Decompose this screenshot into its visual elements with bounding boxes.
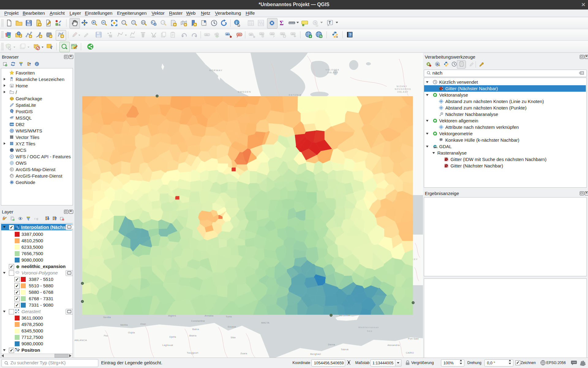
svg-text:i: i [236, 20, 237, 25]
svg-text:VOLOGDA: VOLOGDA [326, 69, 339, 71]
svg-text:Laghouat: Laghouat [162, 344, 173, 347]
svg-text:Derna: Derna [328, 343, 335, 346]
svg-text:Biskra: Biskra [189, 334, 197, 337]
svg-text:NOVGOROD: NOVGOROD [395, 88, 411, 90]
svg-text:OBLAST: OBLAST [327, 71, 339, 74]
svg-text:i: i [36, 63, 37, 66]
svg-text:Alexandria: Alexandria [387, 344, 400, 347]
svg-text:abc: abc [215, 33, 218, 35]
svg-text:abc: abc [281, 33, 285, 35]
svg-text:Djelfa: Djelfa [169, 335, 176, 338]
svg-text:Melilla: Melilla [120, 324, 128, 326]
svg-text:Batna: Batna [192, 328, 199, 331]
svg-text:ESTONIA: ESTONIA [289, 94, 301, 96]
svg-text:ABLANCA: ABLANCA [74, 339, 87, 342]
svg-text:NORWAY: NORWAY [209, 69, 223, 72]
svg-text:ab: ab [226, 33, 229, 35]
svg-text:abc: abc [271, 33, 274, 35]
svg-text:Sevilla: Sevilla [103, 316, 111, 319]
svg-text:CAIRO: CAIRO [406, 351, 414, 354]
svg-text:NIZHNY: NIZHNY [397, 85, 407, 87]
svg-text:?: ? [349, 33, 351, 37]
svg-text:abc: abc [292, 33, 295, 35]
svg-text:R: R [436, 62, 439, 66]
svg-text:SWEDEN: SWEDEN [238, 90, 251, 93]
svg-text:Σ: Σ [280, 20, 284, 26]
svg-text:Touggourt: Touggourt [187, 351, 198, 354]
svg-text:Port Said: Port Said [408, 337, 419, 340]
svg-text:abc: abc [260, 33, 264, 35]
svg-text:GDAL: GDAL [434, 147, 438, 148]
svg-text:MALTA: MALTA [261, 321, 270, 324]
svg-text:Sfax: Sfax [231, 336, 236, 339]
svg-text:abc: abc [205, 34, 209, 36]
svg-text:Constantine: Constantine [191, 320, 205, 322]
svg-text:ab: ab [250, 33, 252, 36]
svg-text:Sousse: Sousse [228, 325, 236, 328]
svg-text:Sea: Sea [367, 330, 372, 332]
svg-text:ε: ε [34, 217, 36, 220]
svg-text:Oran: Oran [140, 323, 146, 325]
svg-text:DB2: DB2 [10, 124, 14, 125]
svg-text:KEY: KEY [412, 258, 418, 260]
svg-text:Oujda: Oujda [128, 331, 135, 334]
svg-text:a: a [58, 23, 61, 26]
svg-text:abc: abc [238, 33, 242, 36]
svg-text:1:1: 1:1 [142, 21, 145, 24]
svg-text:Zuara: Zuara [240, 352, 247, 355]
svg-text:Tunis: Tunis [226, 315, 232, 318]
svg-text:Benghazi: Benghazi [310, 353, 321, 355]
svg-text:T: T [329, 21, 331, 25]
svg-text:Mediterranean: Mediterranean [358, 326, 379, 329]
svg-text:Tobruk: Tobruk [341, 348, 349, 351]
